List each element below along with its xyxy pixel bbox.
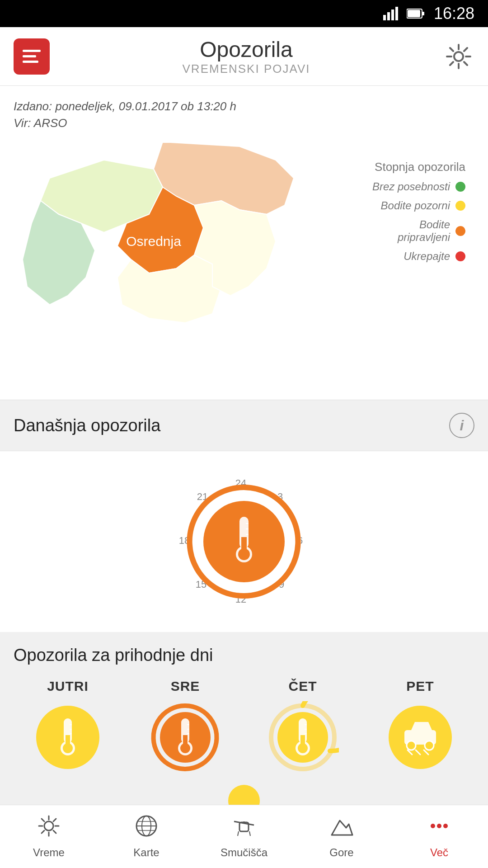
svg-point-33 xyxy=(63,743,73,753)
day-label-jutri: JUTRI xyxy=(47,679,89,694)
svg-point-82 xyxy=(443,824,448,828)
nav-label-karte: Karte xyxy=(133,846,159,859)
legend-dot-4 xyxy=(455,251,465,261)
battery-icon xyxy=(407,8,425,19)
info-button[interactable]: i xyxy=(449,413,474,438)
svg-line-66 xyxy=(42,819,44,821)
svg-rect-0 xyxy=(383,15,386,20)
day-label-sre: SRE xyxy=(171,679,200,694)
status-bar: 16:28 xyxy=(0,0,488,27)
page-title: Opozorila xyxy=(50,37,443,62)
nav-item-vreme[interactable]: Vreme xyxy=(0,814,98,859)
forecast-day-sre[interactable]: SRE xyxy=(131,679,239,774)
app-logo xyxy=(14,38,50,75)
map-container[interactable]: Osrednja Stopnja opozorila Brez posebnos… xyxy=(14,133,474,386)
forecast-day-pet[interactable]: PET xyxy=(366,679,474,774)
legend-dot-1 xyxy=(455,182,465,192)
map-svg: Osrednja xyxy=(14,133,312,368)
svg-rect-5 xyxy=(422,12,424,15)
map-icon xyxy=(135,814,158,843)
status-time: 16:28 xyxy=(434,4,474,23)
legend-item-2: Bodite pozorni xyxy=(369,199,465,212)
svg-point-24 xyxy=(238,548,250,560)
app-header: Opozorila VREMENSKI POJAVI xyxy=(0,27,488,86)
svg-rect-7 xyxy=(23,50,41,52)
svg-rect-8 xyxy=(23,55,36,57)
nav-item-vec[interactable]: Več xyxy=(390,814,488,859)
legend-item-1: Brez posebnosti xyxy=(369,180,465,193)
bottom-nav: Vreme Karte Smučišča xyxy=(0,805,488,868)
forecast-day-cet[interactable]: ČET xyxy=(249,679,357,774)
legend-dot-2 xyxy=(455,201,465,211)
svg-rect-1 xyxy=(387,12,390,20)
day-icon-cet xyxy=(267,701,339,774)
legend-text-1: Brez posebnosti xyxy=(372,180,450,193)
day-label-pet: PET xyxy=(406,679,434,694)
day-icon-pet xyxy=(384,701,456,774)
legend-text-4: Ukrepajte xyxy=(404,250,450,263)
nav-label-vec: Več xyxy=(430,846,448,859)
svg-line-78 xyxy=(238,831,239,836)
forecast-day-jutri[interactable]: JUTRI xyxy=(14,679,122,774)
clock-widget: 24 3 6 9 12 15 18 21 xyxy=(176,474,312,609)
forecast-days: JUTRI SRE xyxy=(14,679,474,774)
signal-icon xyxy=(383,7,401,20)
svg-rect-2 xyxy=(391,9,394,20)
day-icon-jutri xyxy=(32,701,104,774)
nav-label-vreme: Vreme xyxy=(33,846,65,859)
legend-item-4: Ukrepajte xyxy=(369,250,465,263)
settings-button[interactable] xyxy=(443,41,474,72)
source-label: Vir: ARSO xyxy=(14,116,474,130)
forecast-section: Opozorila za prihodnje dni JUTRI xyxy=(0,632,488,783)
region-label: Osrednja xyxy=(126,234,181,249)
issued-label: Izdano: ponedeljek, 09.01.2017 ob 13:20 … xyxy=(14,99,474,113)
day-label-cet: ČET xyxy=(289,679,317,694)
svg-point-42 xyxy=(180,743,190,753)
svg-point-80 xyxy=(431,824,435,828)
svg-point-61 xyxy=(44,821,53,830)
nav-label-gore: Gore xyxy=(329,846,353,859)
legend-item-3: Bodite pripravljeni xyxy=(369,218,465,244)
svg-line-69 xyxy=(42,830,44,833)
forecast-title: Opozorila za prihodnje dni xyxy=(14,646,474,665)
map-section: Izdano: ponedeljek, 09.01.2017 ob 13:20 … xyxy=(0,86,488,400)
svg-line-67 xyxy=(53,830,56,833)
svg-point-81 xyxy=(437,824,441,828)
day-icon-sre xyxy=(149,701,221,774)
svg-rect-9 xyxy=(23,61,38,63)
header-center: Opozorila VREMENSKI POJAVI xyxy=(50,37,443,76)
svg-rect-6 xyxy=(408,10,420,17)
legend: Stopnja opozorila Brez posebnosti Bodite… xyxy=(369,160,465,263)
svg-rect-3 xyxy=(395,7,398,20)
clock-section: 24 3 6 9 12 15 18 21 xyxy=(0,451,488,632)
legend-text-3: Bodite pripravljeni xyxy=(369,218,450,244)
today-section-header: Današnja opozorila i xyxy=(0,400,488,451)
clock-svg: 24 3 6 9 12 15 18 21 xyxy=(176,474,312,609)
page-subtitle: VREMENSKI POJAVI xyxy=(50,62,443,76)
svg-line-79 xyxy=(249,831,250,836)
legend-dot-3 xyxy=(455,226,465,236)
sun-icon xyxy=(37,814,61,843)
nav-item-smucisca[interactable]: Smučišča xyxy=(195,814,293,859)
svg-point-59 xyxy=(425,741,434,750)
svg-point-10 xyxy=(454,52,463,61)
svg-line-68 xyxy=(53,819,56,821)
mountain-icon xyxy=(330,814,353,843)
today-title: Današnja opozorila xyxy=(14,416,160,435)
more-icon xyxy=(427,814,451,843)
nav-item-karte[interactable]: Karte xyxy=(98,814,195,859)
svg-point-51 xyxy=(298,743,308,753)
ski-icon xyxy=(232,814,256,843)
legend-title: Stopnja opozorila xyxy=(369,160,465,174)
nav-item-gore[interactable]: Gore xyxy=(293,814,390,859)
nav-label-smucisca: Smučišča xyxy=(221,846,267,859)
status-icons xyxy=(383,7,425,20)
svg-point-58 xyxy=(407,741,416,750)
legend-text-2: Bodite pozorni xyxy=(381,199,450,212)
